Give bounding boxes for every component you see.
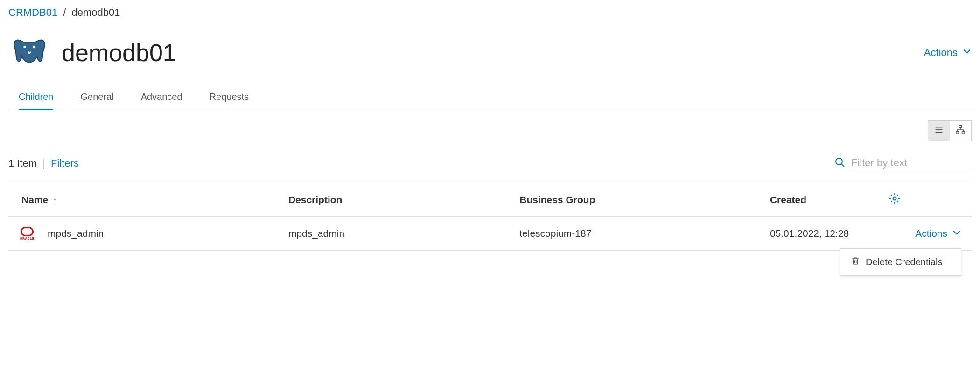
sort-ascending-icon: ↑ [53, 196, 57, 205]
chevron-down-icon [962, 47, 972, 59]
page-title: demodb01 [62, 39, 176, 67]
column-header-name-label: Name [21, 194, 48, 205]
svg-line-9 [841, 164, 844, 167]
breadcrumb-current: demodb01 [72, 7, 120, 18]
tab-advanced[interactable]: Advanced [141, 88, 182, 110]
children-table: Name ↑ Description Business Group Create… [8, 183, 972, 251]
column-header-business-group[interactable]: Business Group [509, 183, 760, 217]
row-actions-button[interactable]: Actions [889, 228, 961, 240]
delete-credentials-label: Delete Credentials [866, 257, 943, 268]
search-input[interactable] [850, 155, 972, 171]
trash-icon [851, 256, 866, 268]
svg-point-0 [23, 46, 26, 49]
tree-view-button[interactable] [950, 121, 971, 141]
view-toggle [928, 120, 972, 141]
breadcrumb-separator: / [63, 7, 66, 18]
gear-icon [889, 196, 901, 206]
page-actions-label: Actions [924, 47, 958, 59]
postgres-icon [8, 32, 50, 74]
column-header-name[interactable]: Name ↑ [8, 183, 278, 217]
row-actions-menu: Delete Credentials [840, 248, 961, 276]
tabs: Children General Advanced Requests [8, 88, 972, 110]
column-settings-button[interactable] [878, 183, 972, 217]
svg-point-10 [893, 197, 896, 200]
row-created: 05.01.2022, 12:28 [760, 217, 878, 251]
row-business-group: telescopium-187 [509, 217, 760, 251]
tab-children[interactable]: Children [19, 88, 53, 110]
filters-link[interactable]: Filters [51, 157, 79, 169]
oracle-icon: ORACLE [19, 227, 35, 240]
breadcrumb-parent-link[interactable]: CRMDB01 [8, 7, 57, 18]
svg-point-8 [836, 158, 842, 165]
chevron-down-icon [952, 228, 961, 240]
table-header-row: Name ↑ Description Business Group Create… [8, 183, 972, 217]
svg-rect-7 [962, 132, 965, 134]
svg-rect-6 [956, 132, 959, 134]
item-count-text: 1 Item [8, 157, 37, 169]
search-icon [834, 157, 846, 170]
item-count: 1 Item | Filters [8, 157, 79, 169]
breadcrumb: CRMDB01 / demodb01 [8, 7, 972, 19]
list-view-button[interactable] [928, 121, 950, 141]
row-actions-label: Actions [915, 228, 947, 239]
delete-credentials-item[interactable]: Delete Credentials [840, 249, 961, 275]
table-row[interactable]: ORACLE mpds_admin mpds_admin telescopium… [8, 217, 972, 251]
tab-general[interactable]: General [80, 88, 113, 110]
column-header-description[interactable]: Description [278, 183, 509, 217]
svg-point-1 [33, 46, 35, 49]
svg-rect-5 [959, 126, 962, 128]
row-name: mpds_admin [48, 228, 104, 239]
list-icon [934, 125, 944, 137]
hierarchy-icon [955, 125, 966, 137]
page-actions-button[interactable]: Actions [924, 47, 972, 59]
tab-requests[interactable]: Requests [210, 88, 249, 110]
column-header-created[interactable]: Created [760, 183, 878, 217]
row-description: mpds_admin [278, 217, 509, 251]
